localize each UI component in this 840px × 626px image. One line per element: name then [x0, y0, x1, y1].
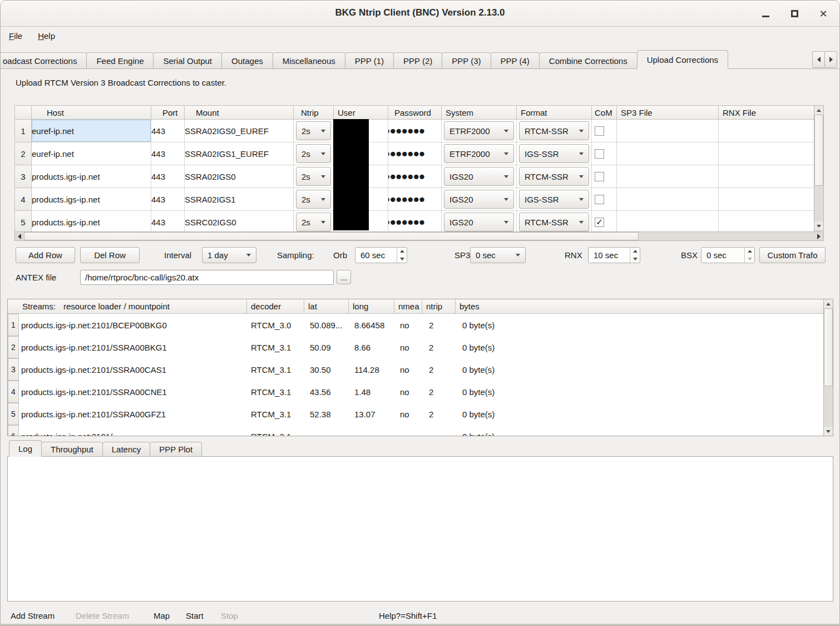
scroll-up-button[interactable] [824, 299, 833, 308]
com-checkbox[interactable] [595, 149, 604, 159]
col-header-com[interactable]: CoM [592, 106, 617, 120]
port-cell[interactable]: 443 [151, 188, 185, 211]
orb-spinner[interactable]: 60 sec [355, 247, 407, 263]
password-cell[interactable]: ●●●●●●● [388, 211, 442, 234]
col-header-resource[interactable]: Streams:resource loader / mountpoint [8, 299, 247, 313]
spin-down-button[interactable] [630, 255, 640, 263]
menu-help[interactable]: Help [38, 31, 55, 41]
password-cell[interactable]: ●●●●●●● [388, 165, 442, 188]
host-cell[interactable]: euref-ip.net [32, 120, 151, 142]
list-item[interactable]: 5 products.igs-ip.net:2101/SSRA00GFZ1 RT… [8, 403, 823, 425]
tab-upload-corrections[interactable]: Upload Corrections [637, 50, 728, 69]
col-header-bytes[interactable]: bytes [456, 299, 823, 313]
ntrip-select[interactable]: 2s [296, 190, 331, 209]
vscrollbar-track[interactable] [824, 386, 833, 427]
tab-ppp-3[interactable]: PPP (3) [442, 52, 491, 69]
add-stream-button[interactable]: Add Stream [11, 611, 55, 620]
port-cell[interactable]: 443 [151, 165, 185, 188]
scroll-up-button[interactable] [814, 106, 823, 115]
antex-file-input[interactable]: /home/rtproc/bnc-call/igs20.atx [80, 270, 334, 285]
ntrip-select[interactable]: 2s [296, 121, 331, 140]
spin-up-button[interactable] [397, 248, 407, 255]
maximize-button[interactable] [788, 8, 801, 20]
spin-down-button[interactable] [397, 255, 407, 263]
start-button[interactable]: Start [186, 611, 204, 620]
com-checkbox[interactable] [595, 172, 604, 181]
tab-ppp-1[interactable]: PPP (1) [345, 52, 394, 69]
ntrip-select[interactable]: 2s [296, 167, 331, 186]
password-cell[interactable]: ●●●●●●● [388, 188, 442, 211]
scroll-down-button[interactable] [814, 221, 823, 230]
tab-feed-engine[interactable]: Feed Engine [86, 52, 154, 69]
spin-up-button[interactable] [745, 248, 754, 255]
col-header-host[interactable]: Host [32, 106, 151, 120]
format-select[interactable]: IGS-SSR [519, 144, 589, 163]
col-header-ntrip[interactable]: Ntrip [294, 106, 334, 120]
spin-down-button[interactable] [745, 255, 754, 263]
tab-outages[interactable]: Outages [221, 52, 273, 69]
mount-cell[interactable]: SSRA02IGS1_EUREF [185, 142, 294, 165]
sp3-file-cell[interactable] [617, 188, 719, 211]
password-cell[interactable]: ●●●●●●● [388, 120, 442, 142]
col-header-rnx-file[interactable]: RNX File [719, 106, 814, 120]
interval-select[interactable]: 1 day [202, 247, 256, 263]
sp3-file-cell[interactable] [617, 211, 719, 234]
tab-combine-corrections[interactable]: Combine Corrections [539, 52, 638, 69]
format-select[interactable]: IGS-SSR [519, 190, 589, 209]
system-select[interactable]: IGS20 [444, 213, 514, 231]
com-checkbox[interactable]: ✓ [595, 218, 604, 227]
col-header-sp3-file[interactable]: SP3 File [617, 106, 719, 120]
col-header-user[interactable]: User [334, 106, 388, 120]
tab-ppp-2[interactable]: PPP (2) [393, 52, 442, 69]
sp3-select[interactable]: 0 sec [470, 247, 526, 263]
host-cell[interactable]: euref-ip.net [32, 142, 151, 165]
close-button[interactable]: ✕ [817, 8, 829, 20]
upload-table-hscrollbar[interactable] [14, 231, 824, 241]
tab-broadcast-corrections[interactable]: oadcast Corrections [0, 52, 87, 69]
port-cell[interactable]: 443 [151, 211, 185, 234]
mount-cell[interactable]: SSRA02IGS1 [185, 188, 294, 211]
host-cell[interactable]: products.igs-ip.net [32, 211, 151, 234]
system-select[interactable]: IGS20 [444, 190, 514, 209]
sp3-file-cell[interactable] [617, 142, 719, 165]
rnx-file-cell[interactable] [719, 165, 814, 188]
log-output-area[interactable] [7, 456, 833, 602]
host-cell[interactable]: products.igs-ip.net [32, 165, 151, 188]
custom-trafo-button[interactable]: Custom Trafo [759, 247, 826, 263]
list-item[interactable]: 2 products.igs-ip.net:2101/SSRA00BKG1 RT… [8, 336, 823, 358]
ntrip-select[interactable]: 2s [296, 144, 331, 163]
streams-vscrollbar[interactable] [823, 299, 833, 436]
scroll-right-button[interactable] [814, 232, 823, 240]
scroll-left-button[interactable] [15, 232, 24, 240]
format-select[interactable]: RTCM-SSR [519, 213, 589, 231]
bsx-spinner[interactable]: 0 sec [701, 247, 755, 263]
list-item[interactable]: 1 products.igs-ip.net:2101/BCEP00BKG0 RT… [8, 314, 823, 336]
hscrollbar-thumb[interactable] [24, 232, 639, 240]
list-item-partial[interactable]: 6 products.igs-ip.net:2101/ RTCM_3.1 0 b… [8, 425, 823, 436]
com-checkbox[interactable] [595, 195, 604, 204]
col-header-long[interactable]: long [349, 299, 394, 313]
rnx-file-cell[interactable] [719, 211, 814, 234]
list-item[interactable]: 3 products.igs-ip.net:2101/SSRA00CAS1 RT… [8, 358, 823, 381]
vscrollbar-track[interactable] [814, 186, 823, 221]
col-header-port[interactable]: Port [151, 106, 185, 120]
mount-cell[interactable]: SSRA02IGS0 [185, 165, 294, 188]
tab-ppp-plot[interactable]: PPP Plot [150, 442, 202, 457]
ntrip-select[interactable]: 2s [296, 213, 331, 231]
rnx-file-cell[interactable] [719, 188, 814, 211]
spin-up-button[interactable] [630, 248, 640, 255]
sp3-file-cell[interactable] [617, 120, 719, 142]
port-cell[interactable]: 443 [151, 120, 185, 142]
col-header-lat[interactable]: lat [304, 299, 349, 313]
menu-file[interactable]: File [9, 31, 22, 41]
rnx-spinner[interactable]: 10 sec [588, 247, 640, 263]
tab-ppp-4[interactable]: PPP (4) [491, 52, 540, 69]
mount-cell[interactable]: SSRA02IGS0_EUREF [185, 120, 294, 142]
system-select[interactable]: ETRF2000 [444, 144, 514, 163]
list-item[interactable]: 4 products.igs-ip.net:2101/SSRA00CNE1 RT… [8, 381, 823, 403]
add-row-button[interactable]: Add Row [16, 247, 75, 263]
col-header-system[interactable]: System [442, 106, 517, 120]
sp3-file-cell[interactable] [617, 165, 719, 188]
tab-miscellaneous[interactable]: Miscellaneous [273, 52, 345, 69]
format-select[interactable]: RTCM-SSR [519, 167, 589, 186]
